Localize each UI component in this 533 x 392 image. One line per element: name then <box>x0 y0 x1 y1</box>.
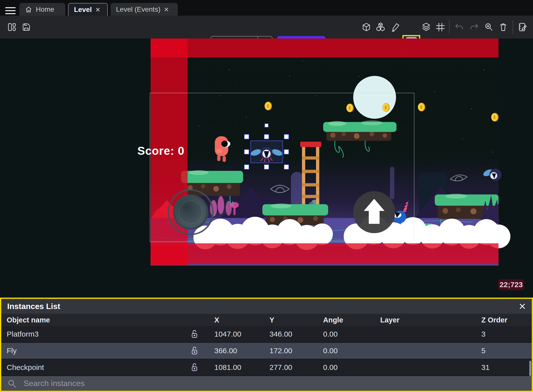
tab-label: Home <box>36 5 54 13</box>
column-header: Object name <box>1 316 186 324</box>
table-row[interactable]: Platform3 1047.00 346.00 0.00 3 <box>1 326 532 343</box>
search-icon <box>8 379 16 388</box>
app-window: Home Level Level (Events) <box>0 0 533 392</box>
close-icon[interactable] <box>519 303 526 310</box>
zoom-button[interactable] <box>483 16 495 39</box>
divider <box>449 20 450 34</box>
background-pillar <box>390 167 394 199</box>
instances-list-panel: Instances List Object name X Y Angle Lay… <box>0 298 533 392</box>
home-icon <box>25 6 32 13</box>
delete-button[interactable] <box>497 16 509 39</box>
level-canvas[interactable]: Score: 0 22;723 <box>0 39 533 298</box>
table-row[interactable]: Checkpoint 1081.00 277.00 0.00 31 <box>1 359 532 376</box>
rotation-handle <box>265 124 268 127</box>
scrollbar-thumb[interactable] <box>529 361 531 376</box>
objects-list-button[interactable] <box>375 16 386 39</box>
unlock-icon[interactable] <box>186 329 202 339</box>
column-header: Y <box>258 316 311 324</box>
joystick-control[interactable] <box>168 190 213 234</box>
save-button[interactable] <box>20 16 32 39</box>
edit-object-button[interactable] <box>360 16 372 39</box>
tab-level[interactable]: Level <box>68 3 108 16</box>
cube-icon <box>361 22 371 32</box>
jump-button-control[interactable] <box>353 191 395 233</box>
table-header-row: Object name X Y Angle Layer Z Order <box>1 314 532 326</box>
toggle-panels-button[interactable] <box>6 16 18 39</box>
objects-group-icon <box>376 22 385 32</box>
scene-properties-button[interactable] <box>517 16 529 39</box>
tab-home[interactable]: Home <box>19 3 65 16</box>
menu-icon[interactable] <box>5 7 16 15</box>
undo-button[interactable] <box>453 16 465 39</box>
redo-button[interactable] <box>468 16 480 39</box>
zoom-in-icon <box>484 22 494 32</box>
layout-icon <box>7 22 17 32</box>
trash-icon <box>498 22 508 32</box>
column-header: Angle <box>311 316 368 324</box>
pencil-icon <box>390 22 400 32</box>
tab-label: Level <box>74 6 92 14</box>
column-header: X <box>202 316 258 324</box>
search-input[interactable] <box>23 379 525 388</box>
layers-icon <box>421 22 431 32</box>
redo-icon <box>469 22 479 32</box>
tab-label: Level (Events) <box>116 5 160 13</box>
save-icon <box>21 22 31 32</box>
grid-icon <box>435 22 445 32</box>
unlock-icon[interactable] <box>186 346 202 355</box>
search-bar <box>1 376 532 391</box>
cursor-coordinates-badge: 22;723 <box>498 279 524 290</box>
moon-sprite[interactable] <box>353 76 396 119</box>
toolbar: Preview Publish <box>0 16 533 39</box>
column-header: Z Order <box>469 316 532 324</box>
tab-level-events[interactable]: Level (Events) <box>111 3 178 16</box>
divider <box>513 20 513 34</box>
edit-mode-button[interactable] <box>389 16 401 39</box>
selected-fly-sprite[interactable] <box>250 141 283 163</box>
tab-bar: Home Level Level (Events) <box>0 0 533 16</box>
close-icon[interactable] <box>164 7 169 12</box>
scene-svg <box>0 39 533 298</box>
grid-button[interactable] <box>434 16 446 39</box>
panel-header: Instances List <box>1 299 532 314</box>
table-row-selected[interactable]: Fly 366.00 172.00 0.00 5 <box>1 343 532 359</box>
undo-icon <box>454 22 464 32</box>
close-icon[interactable] <box>95 7 100 12</box>
layers-button[interactable] <box>420 16 432 39</box>
scene-properties-icon <box>518 22 528 32</box>
column-header: Layer <box>368 316 469 324</box>
score-label: Score: 0 <box>137 144 185 157</box>
unlock-icon[interactable] <box>186 363 202 372</box>
panel-title: Instances List <box>7 302 60 311</box>
